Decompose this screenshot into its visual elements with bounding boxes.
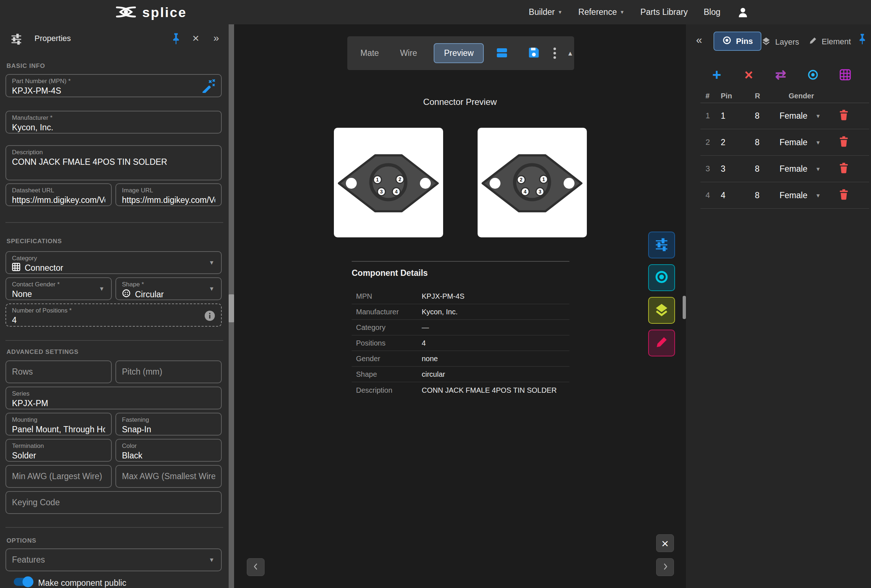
chevron-down-icon: ▼ [209, 286, 214, 292]
chevron-down-icon: ▼ [816, 193, 821, 198]
circular-connector-icon [122, 289, 131, 301]
tab-wire[interactable]: Wire [400, 48, 417, 58]
svg-text:3: 3 [539, 189, 542, 195]
nav-builder[interactable]: Builder ▼ [529, 7, 562, 17]
collapse-panel-icon[interactable]: » [213, 33, 219, 43]
next-button[interactable] [656, 558, 674, 576]
collapse-left-icon[interactable]: « [696, 34, 702, 45]
detail-row-positions: Positions 4 [352, 335, 569, 351]
min-awg-field[interactable]: Min AWG (Largest Wire) [6, 465, 112, 488]
kebab-menu-icon[interactable] [554, 48, 556, 59]
number-of-positions-field[interactable]: Number of Positions * 4 [6, 304, 222, 327]
collapse-up-icon[interactable]: ▲ [567, 50, 573, 57]
series-field[interactable]: Series KPJX-PM [6, 386, 222, 409]
stacked-rows-icon[interactable] [495, 45, 509, 61]
target-icon [722, 36, 732, 47]
layers-fab[interactable] [648, 297, 675, 324]
pin-panel-icon[interactable] [857, 33, 867, 46]
keying-code-field[interactable]: Keying Code [6, 491, 222, 514]
col-header-gender: Gender [789, 92, 814, 100]
add-pin-button[interactable]: + [708, 66, 726, 84]
category-select[interactable]: Category Connector ▼ [6, 251, 222, 274]
tab-mate[interactable]: Mate [361, 48, 379, 58]
chevron-down-icon: ▼ [816, 113, 821, 119]
info-icon[interactable] [204, 310, 215, 323]
save-icon[interactable] [527, 46, 540, 61]
datasheet-url-field[interactable]: Datasheet URL https://mm.digikey.com/Vo [6, 183, 112, 206]
section-divider [6, 222, 223, 223]
magic-wand-icon[interactable] [201, 78, 215, 94]
make-public-toggle[interactable] [14, 577, 33, 587]
nav-blog[interactable]: Blog [704, 7, 720, 17]
svg-text:3: 3 [380, 189, 383, 195]
pin-row-3: 3 3 8 Female ▼ [700, 156, 869, 182]
remove-pin-button[interactable]: × [739, 66, 758, 84]
delete-pin-icon[interactable] [839, 163, 849, 175]
part-number-field[interactable]: Part Number (MPN) * KPJX-PM-4S [6, 74, 222, 97]
features-select[interactable]: Features ▼ [6, 548, 222, 571]
swap-pins-button[interactable]: ⇄ [772, 66, 790, 84]
section-divider [6, 527, 223, 528]
col-header-pin: Pin [721, 92, 732, 100]
mounting-field[interactable]: Mounting Panel Mount, Through Hole [6, 413, 112, 435]
canvas-scrollbar-thumb[interactable] [682, 296, 686, 319]
panel-scrollbar[interactable] [229, 24, 234, 588]
logo[interactable]: splice [115, 4, 187, 21]
pins-fab[interactable] [648, 264, 675, 291]
chevron-down-icon: ▼ [558, 10, 563, 15]
nav-parts-library[interactable]: Parts Library [641, 7, 688, 17]
canvas-toolbar: Mate Wire Preview [347, 36, 574, 70]
chevron-down-icon: ▼ [816, 166, 821, 172]
contact-gender-select[interactable]: Contact Gender * None ▼ [6, 277, 112, 300]
pin-panel-icon[interactable] [171, 32, 181, 46]
manufacturer-field[interactable]: Manufacturer * Kycon, Inc. [6, 111, 222, 133]
detail-row-manufacturer: Manufacturer Kycon, Inc. [352, 304, 569, 320]
description-field[interactable]: Description CONN JACK FMALE 4POS TIN SOL… [6, 145, 222, 180]
delete-pin-icon[interactable] [839, 109, 849, 122]
user-avatar-icon[interactable] [736, 6, 750, 19]
tune-icon [10, 33, 22, 46]
close-preview-button[interactable]: × [656, 534, 674, 552]
shape-select[interactable]: Shape * Circular ▼ [115, 277, 222, 300]
fastening-field[interactable]: Fastening Snap-In [115, 413, 222, 435]
nav-reference[interactable]: Reference ▼ [579, 7, 625, 17]
chevron-right-icon [661, 562, 670, 572]
tab-element[interactable]: Element [808, 36, 851, 47]
prev-button[interactable] [247, 558, 265, 576]
properties-fab[interactable] [648, 232, 675, 259]
scrollbar-thumb[interactable] [229, 294, 234, 322]
pitch-field[interactable]: Pitch (mm) [115, 361, 222, 383]
target-pins-button[interactable] [804, 66, 822, 84]
details-divider [352, 261, 569, 262]
col-header-index: # [705, 92, 709, 100]
target-icon [654, 269, 669, 286]
component-details-heading: Component Details [352, 268, 428, 278]
tab-preview[interactable]: Preview [434, 43, 484, 63]
termination-field[interactable]: Termination Solder [6, 439, 112, 462]
pin-row-2: 2 2 8 Female ▼ [700, 129, 869, 156]
chevron-down-icon: ▼ [209, 557, 214, 563]
gender-select[interactable]: Female ▼ [780, 164, 821, 174]
close-panel-icon[interactable]: × [192, 32, 199, 44]
delete-pin-icon[interactable] [839, 136, 849, 148]
element-fab[interactable] [648, 329, 675, 356]
color-field[interactable]: Color Black [115, 439, 222, 462]
max-awg-field[interactable]: Max AWG (Smallest Wire) [115, 465, 222, 488]
svg-text:4: 4 [524, 189, 527, 195]
main-nav: Builder ▼ Reference ▼ Parts Library Blog [529, 0, 750, 24]
tab-pins[interactable]: Pins [714, 31, 762, 51]
properties-panel: Properties × » BASIC INFO Part Number (M… [0, 24, 234, 588]
pencil-icon [655, 335, 669, 351]
section-heading-basic-info: BASIC INFO [6, 63, 45, 70]
image-url-field[interactable]: Image URL https://mm.digikey.com/Vo [115, 183, 222, 206]
svg-text:4: 4 [395, 189, 398, 195]
app: splice Builder ▼ Reference ▼ Parts Libra… [0, 0, 871, 588]
grid-view-button[interactable] [836, 66, 854, 84]
gender-select[interactable]: Female ▼ [780, 111, 821, 121]
tab-layers[interactable]: Layers [762, 36, 799, 48]
rows-field[interactable]: Rows [6, 361, 112, 383]
delete-pin-icon[interactable] [839, 189, 849, 202]
gender-select[interactable]: Female ▼ [780, 190, 821, 200]
gender-select[interactable]: Female ▼ [780, 138, 821, 147]
detail-row-mpn: MPN KPJX-PM-4S [352, 289, 569, 304]
